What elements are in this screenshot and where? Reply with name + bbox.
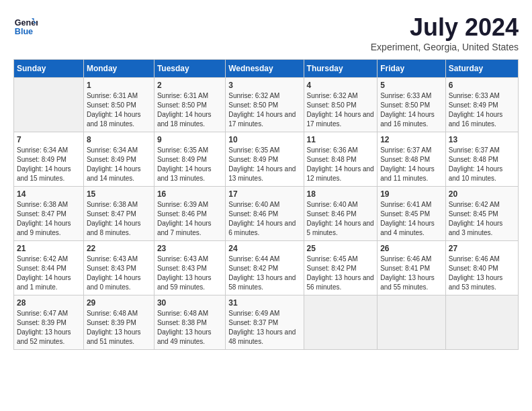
day-info: Sunrise: 6:48 AM Sunset: 8:38 PM Dayligh… [157, 309, 222, 347]
day-number: 27 [449, 244, 515, 253]
day-info: Sunrise: 6:39 AM Sunset: 8:46 PM Dayligh… [157, 200, 222, 238]
day-number: 31 [228, 298, 300, 308]
location-title: Experiment, Georgia, United States [371, 42, 519, 52]
day-info: Sunrise: 6:33 AM Sunset: 8:50 PM Dayligh… [380, 91, 443, 129]
calendar-day-cell [304, 295, 378, 350]
calendar-day-cell: 21Sunrise: 6:42 AM Sunset: 8:44 PM Dayli… [14, 241, 84, 295]
calendar-day-cell: 3Sunrise: 6:32 AM Sunset: 8:50 PM Daylig… [226, 78, 304, 132]
day-number: 24 [228, 244, 300, 253]
day-info: Sunrise: 6:46 AM Sunset: 8:41 PM Dayligh… [380, 255, 443, 292]
day-number: 14 [17, 189, 81, 199]
title-area: July 2024 Experiment, Georgia, United St… [371, 13, 519, 52]
calendar-header-cell: Sunday [14, 60, 84, 78]
day-number: 19 [380, 189, 443, 199]
calendar-day-cell [14, 78, 84, 132]
calendar-day-cell: 18Sunrise: 6:40 AM Sunset: 8:46 PM Dayli… [304, 187, 378, 241]
day-info: Sunrise: 6:43 AM Sunset: 8:43 PM Dayligh… [157, 255, 222, 292]
calendar-day-cell: 4Sunrise: 6:32 AM Sunset: 8:50 PM Daylig… [304, 78, 378, 132]
calendar-day-cell: 12Sunrise: 6:37 AM Sunset: 8:48 PM Dayli… [378, 132, 446, 187]
day-number: 21 [17, 244, 81, 253]
day-number: 17 [228, 189, 300, 199]
day-info: Sunrise: 6:41 AM Sunset: 8:45 PM Dayligh… [380, 200, 443, 238]
day-info: Sunrise: 6:43 AM Sunset: 8:43 PM Dayligh… [87, 255, 151, 292]
day-info: Sunrise: 6:42 AM Sunset: 8:44 PM Dayligh… [17, 255, 81, 292]
day-number: 16 [157, 189, 222, 199]
svg-text:Blue: Blue [15, 27, 33, 36]
day-number: 8 [87, 135, 151, 144]
day-info: Sunrise: 6:49 AM Sunset: 8:37 PM Dayligh… [228, 309, 300, 347]
calendar-day-cell: 28Sunrise: 6:47 AM Sunset: 8:39 PM Dayli… [14, 295, 84, 350]
day-number: 25 [307, 244, 375, 253]
day-info: Sunrise: 6:31 AM Sunset: 8:50 PM Dayligh… [87, 91, 151, 129]
day-info: Sunrise: 6:35 AM Sunset: 8:49 PM Dayligh… [157, 146, 222, 183]
calendar-day-cell: 15Sunrise: 6:38 AM Sunset: 8:47 PM Dayli… [83, 187, 154, 241]
day-info: Sunrise: 6:34 AM Sunset: 8:49 PM Dayligh… [87, 146, 151, 183]
day-number: 13 [449, 135, 515, 144]
calendar-day-cell: 14Sunrise: 6:38 AM Sunset: 8:47 PM Dayli… [14, 187, 84, 241]
day-number: 1 [87, 81, 151, 90]
day-info: Sunrise: 6:33 AM Sunset: 8:49 PM Dayligh… [449, 91, 515, 129]
day-number: 7 [17, 135, 81, 144]
day-number: 30 [157, 298, 222, 308]
day-info: Sunrise: 6:40 AM Sunset: 8:46 PM Dayligh… [307, 200, 375, 238]
calendar-day-cell: 7Sunrise: 6:34 AM Sunset: 8:49 PM Daylig… [14, 132, 84, 187]
calendar-week-row: 1Sunrise: 6:31 AM Sunset: 8:50 PM Daylig… [14, 78, 519, 132]
calendar-day-cell: 23Sunrise: 6:43 AM Sunset: 8:43 PM Dayli… [154, 241, 225, 295]
calendar-day-cell: 8Sunrise: 6:34 AM Sunset: 8:49 PM Daylig… [83, 132, 154, 187]
day-info: Sunrise: 6:31 AM Sunset: 8:50 PM Dayligh… [157, 91, 222, 129]
day-number: 26 [380, 244, 443, 253]
day-number: 4 [307, 81, 375, 90]
calendar-table: SundayMondayTuesdayWednesdayThursdayFrid… [13, 59, 519, 350]
day-number: 12 [380, 135, 443, 144]
logo-icon: General Blue [13, 13, 38, 38]
calendar-day-cell: 24Sunrise: 6:44 AM Sunset: 8:42 PM Dayli… [226, 241, 304, 295]
day-number: 15 [87, 189, 151, 199]
calendar-week-row: 14Sunrise: 6:38 AM Sunset: 8:47 PM Dayli… [14, 187, 519, 241]
calendar-header-cell: Saturday [445, 60, 518, 78]
day-info: Sunrise: 6:37 AM Sunset: 8:48 PM Dayligh… [380, 146, 443, 183]
day-number: 23 [157, 244, 222, 253]
day-number: 9 [157, 135, 222, 144]
calendar-day-cell [378, 295, 446, 350]
calendar-day-cell [445, 295, 518, 350]
day-number: 11 [307, 135, 375, 144]
calendar-day-cell: 30Sunrise: 6:48 AM Sunset: 8:38 PM Dayli… [154, 295, 225, 350]
calendar-day-cell: 5Sunrise: 6:33 AM Sunset: 8:50 PM Daylig… [378, 78, 446, 132]
day-number: 10 [228, 135, 300, 144]
calendar-week-row: 28Sunrise: 6:47 AM Sunset: 8:39 PM Dayli… [14, 295, 519, 350]
calendar-day-cell: 20Sunrise: 6:42 AM Sunset: 8:45 PM Dayli… [445, 187, 518, 241]
day-info: Sunrise: 6:45 AM Sunset: 8:42 PM Dayligh… [307, 255, 375, 292]
day-number: 28 [17, 298, 81, 308]
day-info: Sunrise: 6:37 AM Sunset: 8:48 PM Dayligh… [449, 146, 515, 183]
calendar-day-cell: 26Sunrise: 6:46 AM Sunset: 8:41 PM Dayli… [378, 241, 446, 295]
day-info: Sunrise: 6:48 AM Sunset: 8:39 PM Dayligh… [87, 309, 151, 347]
calendar-day-cell: 13Sunrise: 6:37 AM Sunset: 8:48 PM Dayli… [445, 132, 518, 187]
day-number: 6 [449, 81, 515, 90]
calendar-header-row: SundayMondayTuesdayWednesdayThursdayFrid… [14, 60, 519, 78]
calendar-week-row: 7Sunrise: 6:34 AM Sunset: 8:49 PM Daylig… [14, 132, 519, 187]
day-info: Sunrise: 6:42 AM Sunset: 8:45 PM Dayligh… [449, 200, 515, 238]
calendar-day-cell: 22Sunrise: 6:43 AM Sunset: 8:43 PM Dayli… [83, 241, 154, 295]
day-number: 5 [380, 81, 443, 90]
calendar-day-cell: 9Sunrise: 6:35 AM Sunset: 8:49 PM Daylig… [154, 132, 225, 187]
day-info: Sunrise: 6:32 AM Sunset: 8:50 PM Dayligh… [307, 91, 375, 129]
calendar-day-cell: 6Sunrise: 6:33 AM Sunset: 8:49 PM Daylig… [445, 78, 518, 132]
day-number: 29 [87, 298, 151, 308]
calendar-day-cell: 10Sunrise: 6:35 AM Sunset: 8:49 PM Dayli… [226, 132, 304, 187]
calendar-day-cell: 27Sunrise: 6:46 AM Sunset: 8:40 PM Dayli… [445, 241, 518, 295]
day-info: Sunrise: 6:35 AM Sunset: 8:49 PM Dayligh… [228, 146, 300, 183]
calendar-day-cell: 31Sunrise: 6:49 AM Sunset: 8:37 PM Dayli… [226, 295, 304, 350]
calendar-day-cell: 17Sunrise: 6:40 AM Sunset: 8:46 PM Dayli… [226, 187, 304, 241]
day-info: Sunrise: 6:44 AM Sunset: 8:42 PM Dayligh… [228, 255, 300, 292]
day-info: Sunrise: 6:47 AM Sunset: 8:39 PM Dayligh… [17, 309, 81, 347]
calendar-header-cell: Tuesday [154, 60, 225, 78]
calendar-day-cell: 25Sunrise: 6:45 AM Sunset: 8:42 PM Dayli… [304, 241, 378, 295]
day-number: 2 [157, 81, 222, 90]
day-number: 3 [228, 81, 300, 90]
month-title: July 2024 [371, 13, 519, 42]
day-info: Sunrise: 6:40 AM Sunset: 8:46 PM Dayligh… [228, 200, 300, 238]
calendar-body: 1Sunrise: 6:31 AM Sunset: 8:50 PM Daylig… [14, 78, 519, 350]
day-info: Sunrise: 6:46 AM Sunset: 8:40 PM Dayligh… [449, 255, 515, 292]
calendar-header-cell: Thursday [304, 60, 378, 78]
day-info: Sunrise: 6:36 AM Sunset: 8:48 PM Dayligh… [307, 146, 375, 183]
